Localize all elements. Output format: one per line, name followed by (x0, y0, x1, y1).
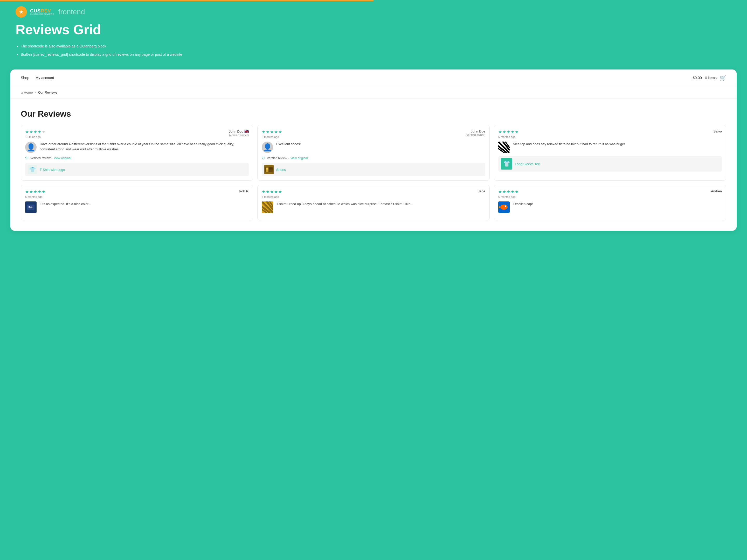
author-flag: 🇬🇧 (244, 129, 249, 134)
star-3: ★ (33, 189, 37, 194)
page-title: Reviews Grid (16, 22, 731, 37)
review-rating-info: ★ ★ ★ ★ ★ 6 months ago (498, 189, 518, 198)
product-thumbnail: 👕 (28, 165, 37, 174)
review-time: 18 mins ago (25, 135, 45, 138)
svg-text:IMG: IMG (28, 206, 33, 209)
review-card: ★ ★ ★ ★ ★ 5 months ago Salvo (494, 125, 726, 181)
star-2: ★ (266, 129, 269, 134)
review-text: Excellent shoes! (276, 141, 485, 153)
product-name-link[interactable]: Long Sleeve Tee (515, 162, 540, 166)
star-2: ★ (29, 189, 33, 194)
home-icon: ⌂ (21, 90, 23, 95)
product-image-zebra-yellow (262, 202, 273, 213)
progress-bar (0, 0, 747, 1)
star-rating: ★ ★ ★ ★ ★ (25, 129, 45, 134)
star-4: ★ (37, 189, 41, 194)
nav-cart: £0.00 0 items 🛒 (693, 75, 726, 81)
reviewer-avatar: 👤 (25, 141, 36, 153)
logo-star-icon: ★ (19, 9, 24, 15)
star-3: ★ (33, 129, 37, 134)
star-3: ★ (507, 129, 510, 134)
product-name-link[interactable]: T-Shirt with Logo (40, 168, 65, 171)
review-text: T-shirt turned up 3 days ahead of schedu… (276, 202, 485, 213)
review-time: 6 months ago (498, 195, 518, 198)
review-author-info: Salvo (713, 129, 722, 133)
star-rating: ★ ★ ★ ★ ★ (262, 189, 282, 194)
star-5: ★ (278, 129, 282, 134)
star-4: ★ (274, 189, 278, 194)
star-1: ★ (498, 189, 502, 194)
view-original-link[interactable]: view original (290, 156, 308, 160)
breadcrumb-home-link[interactable]: ⌂ Home (21, 90, 33, 95)
reviewer-avatar: 👤 (262, 141, 273, 153)
star-1: ★ (262, 189, 265, 194)
avatar-person-icon: 👤 (26, 143, 35, 152)
review-author-info: John Doe 🇬🇧 (verified owner) (229, 129, 249, 137)
verified-owner-label: (verified owner) (466, 133, 485, 136)
nav-shop[interactable]: Shop (21, 76, 29, 80)
svg-point-21 (500, 205, 508, 210)
review-author-info: John Doe (verified owner) (466, 129, 485, 136)
logo-badge: ★ (16, 6, 27, 18)
star-3: ★ (270, 129, 274, 134)
star-1: ★ (262, 129, 265, 134)
product-name-link[interactable]: Shoes (276, 168, 286, 171)
review-header: ★ ★ ★ ★ ★ 5 months ago Salvo (498, 129, 722, 138)
cart-amount: £0.00 (693, 76, 702, 80)
review-body: T-shirt turned up 3 days ahead of schedu… (262, 202, 485, 213)
product-image-navy: IMG (25, 202, 36, 213)
site-nav: Shop My account £0.00 0 items 🛒 (10, 70, 737, 86)
author-name: Rob P. (239, 189, 249, 193)
header-area: ★ CUSREV CUSTOMER REVIEWS frontend Revie… (0, 0, 747, 70)
product-image-zebra (498, 141, 510, 153)
star-2: ★ (29, 129, 33, 134)
svg-rect-4 (266, 168, 268, 169)
cart-icon[interactable]: 🛒 (720, 75, 726, 81)
logo-name: CUSREV (30, 8, 54, 13)
nav-my-account[interactable]: My account (35, 76, 54, 80)
review-text: Have order around 4 different versions o… (40, 141, 249, 153)
logo-subtitle: CUSTOMER REVIEWS (30, 13, 54, 15)
star-5: ★ (278, 189, 282, 194)
review-header: ★ ★ ★ ★ ★ 3 months ago John Doe (verifie… (262, 129, 485, 138)
author-name: John Doe (229, 130, 243, 134)
breadcrumb-current: Our Reviews (38, 90, 57, 95)
cart-items-count: 0 items (705, 76, 717, 80)
star-3: ★ (507, 189, 510, 194)
bullet-1: The shortcode is also available as a Gut… (21, 43, 731, 50)
star-1: ★ (25, 129, 29, 134)
logo-accent: REV (41, 8, 51, 14)
review-body: Nice top and does say relaxed fit to be … (498, 141, 722, 153)
review-text: Nice top and does say relaxed fit to be … (513, 141, 722, 153)
star-rating: ★ ★ ★ ★ ★ (498, 129, 518, 134)
review-card: ★ ★ ★ ★ ★ 5 months ago Jane (257, 185, 490, 220)
view-original-link[interactable]: view original (54, 156, 71, 160)
star-5: ★ (515, 129, 518, 134)
star-rating: ★ ★ ★ ★ ★ (262, 129, 282, 134)
author-name: Andrea (711, 189, 722, 193)
star-4: ★ (511, 129, 514, 134)
bullet-2: Built-in [cusrev_reviews_grid] shortcode… (21, 51, 731, 58)
review-header: ★ ★ ★ ★ ★ 5 months ago Jane (262, 189, 485, 198)
review-card: ★ ★ ★ ★ ★ 3 months ago John Doe (verifie… (257, 125, 490, 181)
star-5: ★ (515, 189, 518, 194)
svg-point-23 (506, 206, 506, 206)
verified-badge: 🛡 Verified review - view original (262, 156, 485, 160)
star-rating: ★ ★ ★ ★ ★ (25, 189, 45, 194)
star-1: ★ (498, 129, 502, 134)
author-name: Salvo (713, 129, 722, 133)
review-author-info: Andrea (711, 189, 722, 193)
content-area: Our Reviews ★ ★ ★ ★ ★ 18 mins ago (10, 99, 737, 231)
review-time: 6 months ago (25, 195, 45, 198)
review-time: 5 months ago (498, 135, 518, 138)
product-thumbnail-tee: 👕 (501, 158, 512, 169)
star-3: ★ (270, 189, 274, 194)
review-rating-info: ★ ★ ★ ★ ★ 5 months ago (498, 129, 518, 138)
star-4: ★ (511, 189, 514, 194)
review-body: IMG Fits as expected. It's a nice color.… (25, 202, 249, 213)
product-reference: 👕 T-Shirt with Logo (25, 163, 249, 176)
breadcrumb-separator: › (35, 90, 36, 95)
product-image-fish (498, 202, 510, 213)
review-header: ★ ★ ★ ★ ★ 18 mins ago John Doe 🇬🇧 (verif… (25, 129, 249, 138)
author-name: Jane (478, 189, 485, 193)
